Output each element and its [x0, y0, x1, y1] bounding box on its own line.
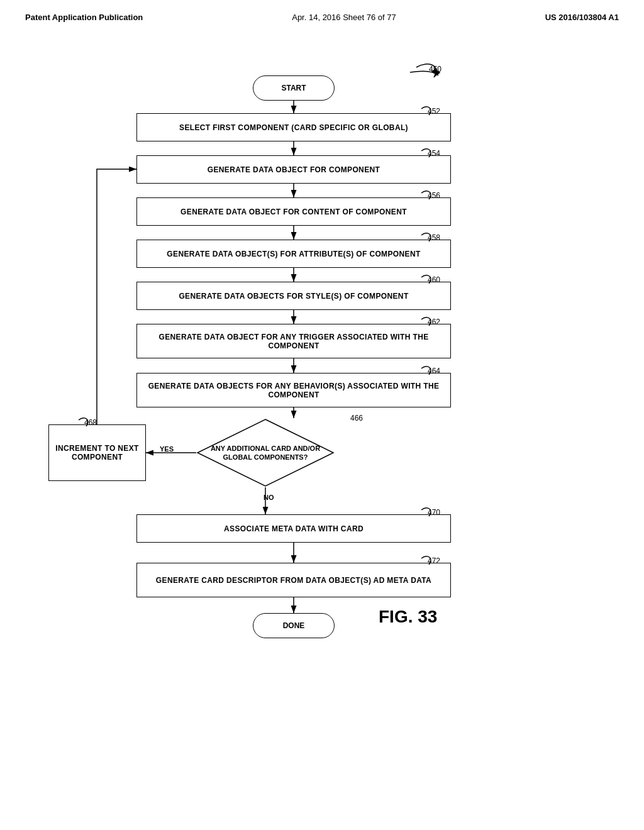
node-458: GENERATE DATA OBJECT(S) FOR ATTRIBUTE(S)… — [136, 240, 451, 268]
label-466: 466 — [350, 414, 363, 423]
node-464: GENERATE DATA OBJECTS FOR ANY BEHAVIOR(S… — [136, 373, 451, 407]
node-460: GENERATE DATA OBJECTS FOR STYLE(S) OF CO… — [136, 282, 451, 310]
node-452: SELECT FIRST COMPONENT (CARD SPECIFIC OR… — [136, 113, 451, 141]
yes-label: YES — [160, 445, 174, 453]
fig-label: FIG. 33 — [379, 607, 437, 627]
header-right: US 2016/103804 A1 — [545, 13, 619, 22]
ref-450: 450 — [429, 65, 441, 74]
start-node: START — [253, 75, 335, 101]
header-left: Patent Application Publication — [25, 13, 143, 22]
page: Patent Application Publication Apr. 14, … — [0, 0, 644, 830]
no-label: NO — [264, 494, 274, 501]
node-466: ANY ADDITIONAL CARD AND/OR GLOBAL COMPON… — [196, 418, 335, 487]
node-456: GENERATE DATA OBJECT FOR CONTENT OF COMP… — [136, 197, 451, 226]
node-468: INCREMENT TO NEXT COMPONENT — [48, 424, 146, 481]
page-header: Patent Application Publication Apr. 14, … — [25, 13, 619, 22]
done-node: DONE — [253, 613, 335, 638]
header-center: Apr. 14, 2016 Sheet 76 of 77 — [292, 13, 396, 22]
diagram-container: 450 START 452 SELECT FIRST COMPONENT (CA… — [39, 41, 605, 783]
node-454: GENERATE DATA OBJECT FOR COMPONENT — [136, 155, 451, 184]
arrows-svg — [39, 41, 605, 783]
node-470: ASSOCIATE META DATA WITH CARD — [136, 514, 451, 543]
node-472: GENERATE CARD DESCRIPTOR FROM DATA OBJEC… — [136, 563, 451, 597]
node-462: GENERATE DATA OBJECT FOR ANY TRIGGER ASS… — [136, 324, 451, 358]
